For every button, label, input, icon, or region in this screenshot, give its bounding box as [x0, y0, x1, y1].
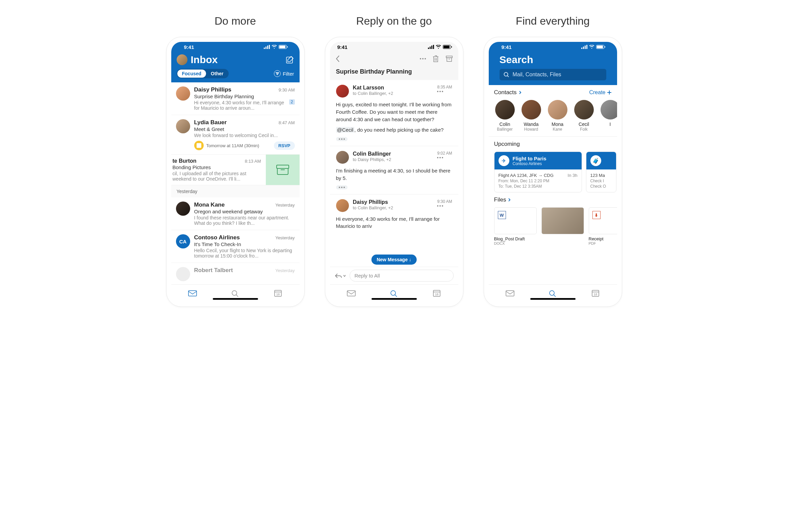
sender-avatar [336, 85, 349, 98]
email-subject: It's Time To Check-In [194, 241, 295, 247]
sender-name: Contoso Airlines [194, 234, 240, 241]
message-more-icon[interactable] [437, 91, 452, 92]
chevron-right-icon [519, 90, 521, 95]
email-item[interactable]: Lydia Bauer 8:47 AM Meet & Greet We look… [171, 115, 300, 155]
search-placeholder: Mail, Contacts, Files [513, 71, 562, 78]
email-item-swiped[interactable]: te Burton 8:13 AM Bonding Pictures cil, … [171, 155, 300, 185]
contact-item[interactable]: ColinBallinger [494, 100, 516, 132]
file-item[interactable] [541, 207, 584, 245]
hotel-card[interactable]: 🧳 123 Ma Check I Check O [586, 151, 616, 192]
word-file-icon: W [498, 211, 506, 219]
phone-frame-search: 9:41 Search Mail, Contacts, Files Co [484, 37, 622, 307]
message-body-2: @Cecil, do you need help picking up the … [336, 126, 452, 134]
expand-quoted-icon[interactable] [336, 137, 348, 141]
new-message-pill[interactable]: New Message ↓ [371, 254, 417, 265]
email-time: 8:47 AM [279, 120, 295, 125]
svg-rect-23 [585, 45, 586, 49]
message-to: to Colin Ballinger, +2 [353, 205, 433, 210]
svg-text:18: 18 [276, 293, 280, 296]
svg-rect-24 [586, 45, 587, 49]
battery-icon [596, 45, 604, 49]
upcoming-section-label: Upcoming [494, 141, 520, 147]
tab-focused[interactable]: Focused [177, 69, 206, 78]
rsvp-time-text: Tomorrow at 11AM (30min) [206, 143, 272, 148]
archive-icon[interactable] [446, 55, 453, 63]
home-indicator [213, 298, 258, 300]
sender-name: Robert Talbert [194, 267, 233, 274]
email-subject: Oregon and weekend getaway [194, 209, 295, 214]
contact-avatar [495, 100, 515, 120]
status-bar: 9:41 [494, 42, 612, 52]
signal-icon [428, 45, 434, 49]
svg-rect-27 [506, 291, 514, 296]
search-input[interactable]: Mail, Contacts, Files [499, 69, 606, 80]
sender-name: Daisy Phillips [194, 86, 232, 93]
tab-other[interactable]: Other [206, 69, 228, 78]
status-bar: 9:41 [177, 42, 294, 52]
nav-mail-icon[interactable] [347, 289, 356, 298]
message-item[interactable]: Kat Larsson to Colin Ballinger, +2 8:35 … [330, 80, 458, 146]
nav-calendar-icon[interactable]: 18 [591, 289, 600, 298]
contact-item[interactable]: MonaKane [547, 100, 569, 132]
files-section-label[interactable]: Files [494, 197, 506, 203]
search-icon [504, 72, 509, 78]
search-title: Search [494, 52, 612, 69]
message-more-icon[interactable] [437, 205, 452, 207]
nav-search-icon[interactable] [230, 289, 240, 298]
nav-calendar-icon[interactable]: 18 [273, 289, 283, 298]
reply-input[interactable]: Reply to All [350, 270, 454, 282]
panel-title-2: Reply on the go [356, 15, 432, 27]
filter-button[interactable]: Filter [274, 70, 294, 77]
email-item[interactable]: Daisy Phillips 9:30 AM Surprise Birthday… [171, 82, 300, 115]
nav-search-icon[interactable] [548, 289, 557, 298]
message-more-icon[interactable] [437, 157, 452, 158]
back-button[interactable] [335, 55, 340, 63]
nav-search-icon[interactable] [389, 289, 398, 298]
sender-avatar [336, 199, 349, 212]
svg-text:18: 18 [435, 293, 438, 296]
signal-icon [581, 45, 587, 49]
expand-quoted-icon[interactable] [336, 185, 348, 189]
profile-avatar[interactable] [177, 54, 188, 65]
wifi-icon [589, 45, 594, 49]
sender-name: te Burton [173, 158, 197, 164]
sender-avatar [176, 267, 190, 281]
contact-item[interactable]: WandaHoward [520, 100, 542, 132]
contact-item[interactable]: CecilFolk [573, 100, 595, 132]
svg-rect-12 [431, 45, 432, 49]
nav-calendar-icon[interactable]: 18 [432, 289, 441, 298]
svg-point-26 [504, 72, 508, 76]
nav-mail-icon[interactable] [505, 289, 515, 298]
email-item[interactable]: Mona Kane Yesterday Oregon and weekend g… [171, 198, 300, 230]
rsvp-button[interactable]: RSVP [274, 141, 295, 150]
email-preview: We look forward to welcoming Cecil in... [194, 133, 295, 138]
panel-title-1: Do more [215, 15, 256, 27]
create-contact-button[interactable]: Create [589, 89, 611, 96]
compose-icon[interactable] [285, 55, 294, 64]
contacts-section-label[interactable]: Contacts [494, 89, 517, 96]
reply-mode-button[interactable] [335, 273, 346, 279]
svg-text:18: 18 [594, 293, 597, 296]
reply-arrow-icon [335, 273, 342, 279]
file-item[interactable]: ⬇ Receipt PDF [589, 207, 617, 245]
sender-avatar: CA [176, 234, 190, 248]
email-preview: Hello Cecil, your flight to New York is … [194, 248, 295, 259]
email-item[interactable]: Robert Talbert Yesterday [171, 263, 300, 284]
svg-rect-0 [264, 47, 265, 49]
email-preview: I found these restaurants near our apart… [194, 215, 295, 226]
flight-card[interactable]: ✈ Flight to Paris Contoso Airlines Fligh… [494, 151, 582, 192]
message-item[interactable]: Daisy Phillips to Colin Ballinger, +2 9:… [330, 195, 458, 235]
contact-item[interactable]: I [599, 100, 617, 132]
email-item[interactable]: CA Contoso Airlines Yesterday It's Time … [171, 230, 300, 263]
inbox-tabs: Focused Other [177, 69, 229, 78]
file-item[interactable]: W Blog_Post Draft DOCX [494, 207, 537, 245]
svg-rect-1 [265, 46, 267, 49]
nav-mail-icon[interactable] [188, 289, 197, 298]
message-item[interactable]: Colin Ballinger to Daisy Phillips, +2 9:… [330, 146, 458, 195]
contact-avatar [521, 100, 541, 120]
home-indicator [530, 298, 575, 300]
more-options-icon[interactable] [420, 58, 426, 59]
sender-avatar [176, 202, 190, 216]
archive-swipe-action[interactable] [266, 155, 300, 185]
delete-icon[interactable] [432, 55, 439, 63]
